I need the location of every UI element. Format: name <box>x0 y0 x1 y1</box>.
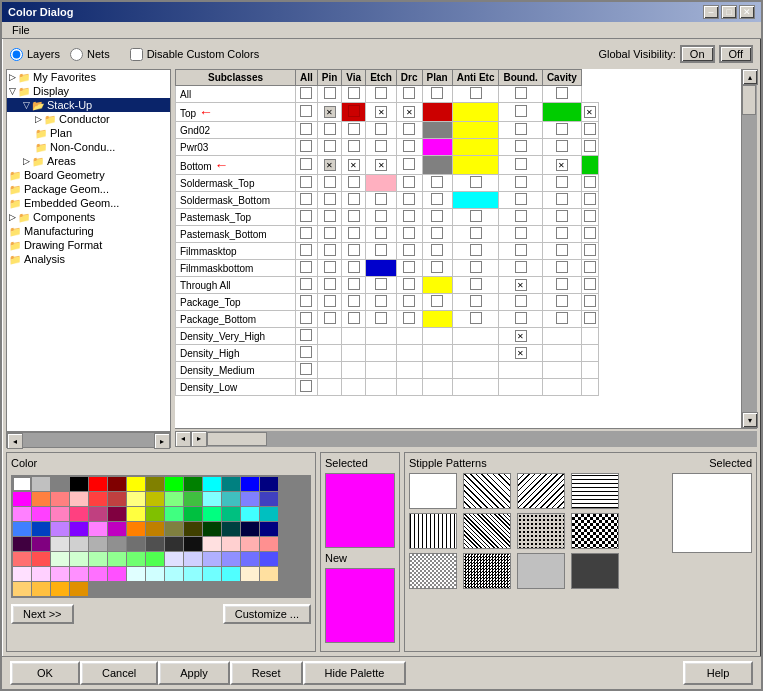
row-cell[interactable] <box>452 226 499 243</box>
checkbox[interactable] <box>375 106 387 118</box>
row-cell[interactable] <box>422 139 452 156</box>
color-swatch-52[interactable] <box>203 522 221 536</box>
row-cell[interactable] <box>342 260 366 277</box>
row-cell[interactable] <box>542 156 581 175</box>
checkbox[interactable] <box>470 87 482 99</box>
row-cell[interactable] <box>317 226 342 243</box>
checkbox[interactable] <box>300 295 312 307</box>
color-swatch-49[interactable] <box>146 522 164 536</box>
row-cell[interactable] <box>422 103 452 122</box>
row-cell[interactable] <box>542 139 581 156</box>
checkbox[interactable] <box>556 295 568 307</box>
checkbox[interactable] <box>300 227 312 239</box>
stipple-diag1[interactable] <box>463 473 511 509</box>
color-cell[interactable] <box>455 106 467 118</box>
row-cell[interactable] <box>342 345 366 362</box>
checkbox[interactable] <box>375 278 387 290</box>
vis-on-button[interactable]: On <box>680 45 715 63</box>
checkbox[interactable] <box>470 227 482 239</box>
stipple-dark[interactable] <box>571 553 619 589</box>
row-cell[interactable] <box>296 209 318 226</box>
color-swatch-89[interactable] <box>108 567 126 581</box>
h-scroll-right-btn[interactable]: ▸ <box>191 431 207 447</box>
color-swatch-13[interactable] <box>260 477 278 491</box>
checkbox[interactable] <box>403 227 415 239</box>
color-swatch-94[interactable] <box>203 567 221 581</box>
scroll-down-btn[interactable]: ▾ <box>742 412 758 428</box>
color-swatch-101[interactable] <box>70 582 88 596</box>
checkbox[interactable] <box>515 347 527 359</box>
color-swatch-60[interactable] <box>89 537 107 551</box>
row-cell[interactable] <box>422 379 452 396</box>
color-swatch-41[interactable] <box>260 507 278 521</box>
color-swatch-93[interactable] <box>184 567 202 581</box>
color-cell[interactable] <box>425 313 437 325</box>
checkbox[interactable] <box>324 106 336 118</box>
layers-label[interactable]: Layers <box>27 48 60 60</box>
checkbox[interactable] <box>348 278 360 290</box>
row-cell[interactable] <box>581 192 598 209</box>
row-cell[interactable] <box>296 156 318 175</box>
hide-palette-button[interactable]: Hide Palette <box>303 661 407 685</box>
color-cell[interactable] <box>455 124 467 136</box>
color-swatch-98[interactable] <box>13 582 31 596</box>
checkbox[interactable] <box>515 210 527 222</box>
row-cell[interactable] <box>396 345 422 362</box>
tree-item-conductor[interactable]: ▷ 📁 Conductor <box>7 112 170 126</box>
vis-off-button[interactable]: Off <box>719 45 753 63</box>
checkbox[interactable] <box>403 87 415 99</box>
row-cell[interactable] <box>396 379 422 396</box>
row-cell[interactable] <box>317 86 342 103</box>
color-cell[interactable] <box>425 141 437 153</box>
expand-icon[interactable]: ▷ <box>23 156 30 166</box>
tree-item-noncondu[interactable]: 📁 Non-Condu... <box>7 140 170 154</box>
color-swatch-82[interactable] <box>241 552 259 566</box>
row-cell[interactable] <box>499 345 542 362</box>
checkbox[interactable] <box>375 210 387 222</box>
vertical-scrollbar[interactable]: ▴ ▾ <box>741 69 757 428</box>
checkbox[interactable] <box>348 227 360 239</box>
checkbox[interactable] <box>403 158 415 170</box>
row-cell[interactable] <box>452 103 499 122</box>
row-cell[interactable] <box>499 328 542 345</box>
checkbox[interactable] <box>584 140 596 152</box>
checkbox[interactable] <box>324 193 336 205</box>
row-cell[interactable] <box>317 122 342 139</box>
color-swatch-66[interactable] <box>203 537 221 551</box>
checkbox[interactable] <box>515 312 527 324</box>
color-swatch-23[interactable] <box>184 492 202 506</box>
color-swatch-86[interactable] <box>51 567 69 581</box>
row-cell[interactable] <box>422 294 452 311</box>
tree-item-favorites[interactable]: ▷ 📁 My Favorites <box>7 70 170 84</box>
color-swatch-57[interactable] <box>32 537 50 551</box>
color-swatch-45[interactable] <box>70 522 88 536</box>
cancel-button[interactable]: Cancel <box>80 661 158 685</box>
checkbox[interactable] <box>348 176 360 188</box>
row-cell[interactable] <box>366 379 397 396</box>
stipple-dots[interactable] <box>517 513 565 549</box>
checkbox[interactable] <box>431 193 443 205</box>
row-cell[interactable] <box>296 260 318 277</box>
row-cell[interactable] <box>317 103 342 122</box>
row-cell[interactable] <box>499 103 542 122</box>
checkbox[interactable] <box>515 123 527 135</box>
checkbox[interactable] <box>431 295 443 307</box>
row-cell[interactable] <box>542 243 581 260</box>
color-swatch-6[interactable] <box>127 477 145 491</box>
color-swatch-85[interactable] <box>32 567 50 581</box>
checkbox[interactable] <box>403 261 415 273</box>
row-cell[interactable] <box>317 175 342 192</box>
row-cell[interactable] <box>342 86 366 103</box>
color-swatch-10[interactable] <box>203 477 221 491</box>
row-cell[interactable] <box>317 362 342 379</box>
row-cell[interactable] <box>342 226 366 243</box>
row-cell[interactable] <box>452 379 499 396</box>
layer-grid-container[interactable]: Subclasses All Pin Via Etch Drc Plan Ant… <box>175 69 741 428</box>
row-cell[interactable] <box>366 192 397 209</box>
tree-item-drawing[interactable]: 📁 Drawing Format <box>7 238 170 252</box>
row-cell[interactable] <box>342 277 366 294</box>
row-cell[interactable] <box>296 243 318 260</box>
color-swatch-40[interactable] <box>241 507 259 521</box>
checkbox[interactable] <box>403 193 415 205</box>
scroll-track[interactable] <box>742 85 757 412</box>
